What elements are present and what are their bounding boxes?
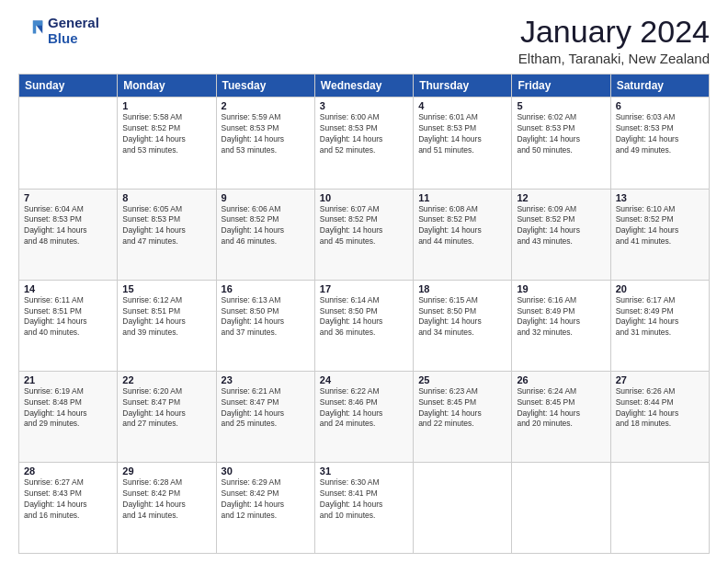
day-number: 30 (222, 465, 310, 477)
logo-icon (18, 17, 44, 43)
calendar-cell: 13Sunrise: 6:10 AMSunset: 8:52 PMDayligh… (610, 189, 709, 280)
week-row-2: 7Sunrise: 6:04 AMSunset: 8:53 PMDaylight… (19, 189, 710, 280)
calendar-cell: 17Sunrise: 6:14 AMSunset: 8:50 PMDayligh… (314, 280, 413, 371)
calendar-cell: 12Sunrise: 6:09 AMSunset: 8:52 PMDayligh… (512, 189, 610, 280)
day-info: Sunrise: 6:02 AMSunset: 8:53 PMDaylight:… (517, 112, 605, 156)
calendar-cell: 25Sunrise: 6:23 AMSunset: 8:45 PMDayligh… (414, 371, 512, 462)
calendar-cell: 3Sunrise: 6:00 AMSunset: 8:53 PMDaylight… (314, 98, 413, 189)
day-info: Sunrise: 6:14 AMSunset: 8:50 PMDaylight:… (320, 295, 408, 339)
day-number: 2 (222, 100, 310, 111)
day-info: Sunrise: 6:06 AMSunset: 8:52 PMDaylight:… (222, 204, 310, 248)
day-info: Sunrise: 6:20 AMSunset: 8:47 PMDaylight:… (122, 386, 210, 431)
calendar-cell (610, 462, 709, 553)
main-title: January 2024 (518, 15, 710, 49)
calendar-cell: 30Sunrise: 6:29 AMSunset: 8:42 PMDayligh… (216, 462, 314, 553)
day-info: Sunrise: 5:59 AMSunset: 8:53 PMDaylight:… (222, 112, 310, 156)
calendar-cell: 14Sunrise: 6:11 AMSunset: 8:51 PMDayligh… (19, 280, 118, 371)
weekday-header-row: SundayMondayTuesdayWednesdayThursdayFrid… (19, 75, 710, 98)
day-number: 23 (222, 374, 310, 385)
day-info: Sunrise: 6:26 AMSunset: 8:44 PMDaylight:… (616, 386, 704, 431)
day-info: Sunrise: 6:29 AMSunset: 8:42 PMDaylight:… (222, 477, 310, 522)
day-info: Sunrise: 6:15 AMSunset: 8:50 PMDaylight:… (418, 295, 506, 339)
day-number: 16 (222, 283, 310, 294)
calendar-cell: 24Sunrise: 6:22 AMSunset: 8:46 PMDayligh… (314, 371, 413, 462)
day-info: Sunrise: 6:10 AMSunset: 8:52 PMDaylight:… (616, 204, 704, 248)
day-info: Sunrise: 6:16 AMSunset: 8:49 PMDaylight:… (517, 295, 605, 339)
day-number: 17 (320, 283, 408, 294)
day-number: 3 (320, 100, 408, 111)
weekday-header-wednesday: Wednesday (314, 75, 413, 98)
calendar-cell (414, 462, 512, 553)
calendar-cell: 19Sunrise: 6:16 AMSunset: 8:49 PMDayligh… (512, 280, 610, 371)
day-number: 7 (24, 192, 112, 203)
day-info: Sunrise: 6:05 AMSunset: 8:53 PMDaylight:… (122, 204, 210, 248)
day-number: 31 (320, 465, 408, 477)
day-number: 15 (122, 283, 210, 294)
calendar-table: SundayMondayTuesdayWednesdayThursdayFrid… (18, 74, 710, 554)
day-number: 14 (24, 283, 112, 294)
title-section: January 2024 Eltham, Taranaki, New Zeala… (518, 15, 710, 66)
week-row-4: 21Sunrise: 6:19 AMSunset: 8:48 PMDayligh… (19, 371, 710, 462)
calendar-cell: 8Sunrise: 6:05 AMSunset: 8:53 PMDaylight… (118, 189, 216, 280)
weekday-header-monday: Monday (118, 75, 216, 98)
day-number: 1 (122, 100, 210, 111)
day-info: Sunrise: 6:19 AMSunset: 8:48 PMDaylight:… (24, 386, 112, 431)
calendar-cell: 6Sunrise: 6:03 AMSunset: 8:53 PMDaylight… (610, 98, 709, 189)
week-row-5: 28Sunrise: 6:27 AMSunset: 8:43 PMDayligh… (19, 462, 710, 553)
calendar-cell: 16Sunrise: 6:13 AMSunset: 8:50 PMDayligh… (216, 280, 314, 371)
day-info: Sunrise: 6:21 AMSunset: 8:47 PMDaylight:… (222, 386, 310, 431)
day-info: Sunrise: 6:08 AMSunset: 8:52 PMDaylight:… (418, 204, 506, 248)
calendar-cell: 22Sunrise: 6:20 AMSunset: 8:47 PMDayligh… (118, 371, 216, 462)
day-number: 20 (616, 283, 704, 294)
calendar-cell: 4Sunrise: 6:01 AMSunset: 8:53 PMDaylight… (414, 98, 512, 189)
weekday-header-thursday: Thursday (414, 75, 512, 98)
weekday-header-friday: Friday (512, 75, 610, 98)
day-info: Sunrise: 6:09 AMSunset: 8:52 PMDaylight:… (517, 204, 605, 248)
calendar-cell: 5Sunrise: 6:02 AMSunset: 8:53 PMDaylight… (512, 98, 610, 189)
page: General Blue January 2024 Eltham, Tarana… (0, 0, 728, 563)
day-info: Sunrise: 6:28 AMSunset: 8:42 PMDaylight:… (122, 477, 210, 522)
day-number: 5 (517, 100, 605, 111)
day-info: Sunrise: 6:17 AMSunset: 8:49 PMDaylight:… (616, 295, 704, 339)
day-info: Sunrise: 6:30 AMSunset: 8:41 PMDaylight:… (320, 477, 408, 522)
week-row-1: 1Sunrise: 5:58 AMSunset: 8:52 PMDaylight… (19, 98, 710, 189)
calendar-cell: 29Sunrise: 6:28 AMSunset: 8:42 PMDayligh… (118, 462, 216, 553)
calendar-cell: 10Sunrise: 6:07 AMSunset: 8:52 PMDayligh… (314, 189, 413, 280)
subtitle: Eltham, Taranaki, New Zealand (518, 51, 710, 66)
calendar-cell: 2Sunrise: 5:59 AMSunset: 8:53 PMDaylight… (216, 98, 314, 189)
weekday-header-sunday: Sunday (19, 75, 118, 98)
calendar-cell: 1Sunrise: 5:58 AMSunset: 8:52 PMDaylight… (118, 98, 216, 189)
day-info: Sunrise: 6:23 AMSunset: 8:45 PMDaylight:… (418, 386, 506, 431)
day-number: 28 (24, 465, 112, 477)
day-number: 21 (24, 374, 112, 385)
day-info: Sunrise: 6:27 AMSunset: 8:43 PMDaylight:… (24, 477, 112, 522)
logo: General Blue (18, 15, 99, 46)
day-number: 18 (418, 283, 506, 294)
day-info: Sunrise: 6:03 AMSunset: 8:53 PMDaylight:… (616, 112, 704, 156)
day-number: 24 (320, 374, 408, 385)
day-info: Sunrise: 6:24 AMSunset: 8:45 PMDaylight:… (517, 386, 605, 431)
day-number: 10 (320, 192, 408, 203)
day-number: 25 (418, 374, 506, 385)
day-info: Sunrise: 5:58 AMSunset: 8:52 PMDaylight:… (122, 112, 210, 156)
calendar-cell: 28Sunrise: 6:27 AMSunset: 8:43 PMDayligh… (19, 462, 118, 553)
day-info: Sunrise: 6:01 AMSunset: 8:53 PMDaylight:… (418, 112, 506, 156)
logo-text: General Blue (48, 15, 99, 46)
day-number: 4 (418, 100, 506, 111)
calendar-cell: 15Sunrise: 6:12 AMSunset: 8:51 PMDayligh… (118, 280, 216, 371)
day-number: 29 (122, 465, 210, 477)
calendar-cell (512, 462, 610, 553)
calendar-cell: 20Sunrise: 6:17 AMSunset: 8:49 PMDayligh… (610, 280, 709, 371)
week-row-3: 14Sunrise: 6:11 AMSunset: 8:51 PMDayligh… (19, 280, 710, 371)
day-number: 12 (517, 192, 605, 203)
day-info: Sunrise: 6:00 AMSunset: 8:53 PMDaylight:… (320, 112, 408, 156)
calendar-cell: 27Sunrise: 6:26 AMSunset: 8:44 PMDayligh… (610, 371, 709, 462)
day-number: 26 (517, 374, 605, 385)
calendar-cell: 26Sunrise: 6:24 AMSunset: 8:45 PMDayligh… (512, 371, 610, 462)
calendar-cell: 11Sunrise: 6:08 AMSunset: 8:52 PMDayligh… (414, 189, 512, 280)
header: General Blue January 2024 Eltham, Tarana… (18, 15, 710, 66)
calendar-cell: 7Sunrise: 6:04 AMSunset: 8:53 PMDaylight… (19, 189, 118, 280)
calendar-cell: 21Sunrise: 6:19 AMSunset: 8:48 PMDayligh… (19, 371, 118, 462)
calendar-cell: 18Sunrise: 6:15 AMSunset: 8:50 PMDayligh… (414, 280, 512, 371)
calendar-cell: 31Sunrise: 6:30 AMSunset: 8:41 PMDayligh… (314, 462, 413, 553)
